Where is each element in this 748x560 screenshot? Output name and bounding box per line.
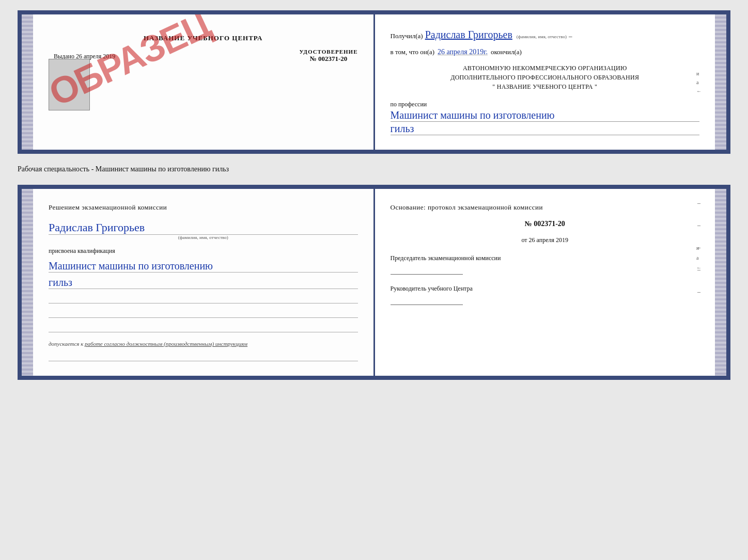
rukovoditel-label: Руководитель учебного Центра [391, 285, 700, 293]
resolution-name: Радислав Григорьев [49, 221, 358, 235]
допускается-block: допускается к работе согласно должностны… [49, 341, 358, 347]
date-line: в том, что он(а) 26 апреля 2019г. окончи… [391, 48, 700, 56]
blank-line-1 [49, 294, 358, 303]
resolution-title: Решением экзаменационной комиссии [49, 203, 358, 212]
profession-label: по профессии [391, 101, 700, 108]
protocol-number: № 002371-20 [391, 220, 700, 228]
ot-date-value: 26 апреля 2019 [529, 236, 568, 244]
resolution-name-block: Радислав Григорьев (фамилия, имя, отчест… [49, 221, 358, 240]
допускается-value: работе согласно должностным (производств… [85, 341, 247, 347]
profession-value: Машинист машины по изготовлению [391, 109, 700, 122]
upper-certificate: НАЗВАНИЕ УЧЕБНОГО ЦЕНТРА ОБРАЗЕЦ УДОСТОВ… [18, 10, 730, 154]
blank-line-4 [49, 352, 358, 361]
name-sub-label: (фамилия, имя, отчество) [517, 34, 567, 39]
received-line: Получил(а) Радислав Григорьев (фамилия, … [391, 29, 700, 41]
assigned-gilz: гильз [49, 277, 358, 289]
blank-line-2 [49, 309, 358, 318]
recipient-name: Радислав Григорьев [425, 29, 512, 41]
org-name-quotes: " НАЗВАНИЕ УЧЕБНОГО ЦЕНТРА " [391, 82, 700, 91]
divider-label: Рабочая специальность - Машинист машины … [18, 163, 730, 175]
lower-cert-left: Решением экзаменационной комиссии Радисл… [33, 189, 375, 376]
okончил-suffix: окончил(а) [491, 48, 522, 56]
profession-block: по профессии Машинист машины по изготовл… [391, 101, 700, 135]
upper-cert-title: НАЗВАНИЕ УЧЕБНОГО ЦЕНТРА [144, 34, 263, 42]
org-line2: ДОПОЛНИТЕЛЬНОГО ПРОФЕССИОНАЛЬНОГО ОБРАЗО… [391, 73, 700, 82]
assigned-label: присвоена квалификация [49, 247, 358, 255]
side-char-arrow: ← [696, 88, 702, 94]
dash-separator: – [569, 32, 572, 40]
gilz-value: гильз [391, 123, 700, 135]
ot-prefix: от [521, 236, 527, 244]
udostoverenie-block: УДОСТОВЕРЕНИЕ № 002371-20 [299, 49, 357, 63]
side-char-i: и [696, 71, 702, 76]
upper-cert-left: НАЗВАНИЕ УЧЕБНОГО ЦЕНТРА ОБРАЗЕЦ УДОСТОВ… [33, 14, 375, 150]
org-block: АВТОНОМНУЮ НЕКОММЕРЧЕСКУЮ ОРГАНИЗАЦИЮ ДО… [391, 63, 700, 91]
rukovoditel-block: Руководитель учебного Центра [391, 285, 700, 305]
lower-cert-right: Основание: протокол экзаменационной коми… [375, 189, 715, 376]
ot-date-line: от 26 апреля 2019 [391, 236, 700, 244]
udostoverenie-title: УДОСТОВЕРЕНИЕ [299, 49, 357, 55]
date-value: 26 апреля 2019г. [438, 48, 488, 56]
right-dashes: – – – – – [697, 199, 700, 296]
org-line1: АВТОНОМНУЮ НЕКОММЕРЧЕСКУЮ ОРГАНИЗАЦИЮ [391, 63, 700, 73]
received-prefix: Получил(а) [391, 32, 423, 40]
cert-number-upper: № 002371-20 [299, 55, 357, 63]
photo-placeholder [49, 59, 90, 110]
blank-line-3 [49, 323, 358, 332]
lower-certificate: Решением экзаменационной комиссии Радисл… [18, 185, 730, 380]
upper-cert-right: Получил(а) Радислав Григорьев (фамилия, … [375, 14, 715, 150]
chairman-label: Председатель экзаменационной комиссии [391, 254, 700, 262]
side-chars-upper: и а ← [696, 71, 702, 94]
rukovoditel-signature-line [391, 295, 463, 305]
assigned-profession: Машинист машины по изготовлению [49, 260, 358, 273]
page-container: НАЗВАНИЕ УЧЕБНОГО ЦЕНТРА ОБРАЗЕЦ УДОСТОВ… [18, 10, 730, 380]
osnov-title: Основание: протокол экзаменационной коми… [391, 203, 700, 212]
chairman-block: Председатель экзаменационной комиссии [391, 254, 700, 275]
date-prefix: в том, что он(а) [391, 48, 435, 56]
side-char-a: а [696, 79, 702, 85]
chairman-signature-line [391, 264, 463, 275]
lower-name-sub: (фамилия, имя, отчество) [49, 235, 358, 240]
допускается-prefix: допускается к [49, 341, 83, 347]
